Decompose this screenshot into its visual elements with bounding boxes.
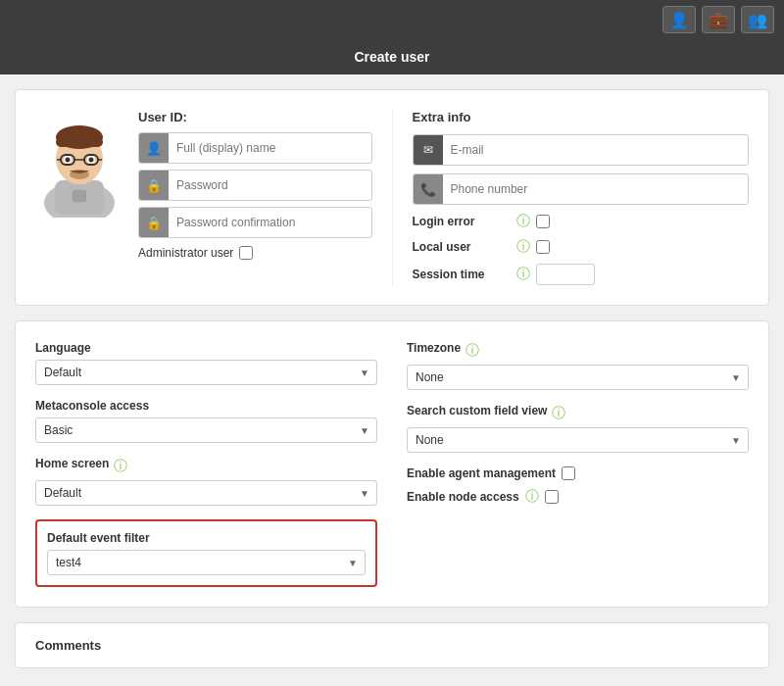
user-field-icon: 👤 — [139, 133, 169, 163]
metaconsole-group: Metaconsole access Basic Advanced — [35, 399, 377, 443]
enable-node-label: Enable node access — [407, 490, 519, 504]
search-custom-label: Search custom field view — [407, 404, 547, 417]
metaconsole-label: Metaconsole access — [35, 399, 377, 413]
session-time-info-icon[interactable]: ⓘ — [516, 266, 530, 283]
local-user-info-icon[interactable]: ⓘ — [516, 238, 530, 256]
svg-rect-2 — [73, 190, 86, 202]
language-select[interactable]: Default English Spanish — [35, 360, 377, 385]
svg-point-16 — [70, 170, 89, 179]
search-custom-select[interactable]: None Option1 — [407, 427, 749, 453]
enable-agent-row: Enable agent management — [407, 466, 749, 480]
timezone-label: Timezone — [407, 341, 461, 355]
home-screen-info-icon[interactable]: ⓘ — [114, 458, 127, 475]
event-filter-group: Default event filter test4 None — [47, 531, 366, 575]
enable-agent-checkbox[interactable] — [562, 466, 575, 480]
comments-title: Comments — [35, 638, 101, 653]
svg-point-15 — [89, 158, 94, 163]
user-form-section: User ID: 👤 🔒 🔒 Administrator user — [35, 110, 372, 285]
password-confirm-input[interactable] — [169, 212, 371, 233]
event-filter-label: Default event filter — [47, 531, 366, 545]
user-plus-icon-btn[interactable]: 👥 — [741, 6, 774, 33]
svg-point-14 — [66, 158, 71, 163]
full-name-field: 👤 — [138, 132, 372, 164]
user-id-label: User ID: — [138, 110, 372, 124]
user-info-card: User ID: 👤 🔒 🔒 Administrator user — [15, 89, 769, 306]
enable-node-checkbox[interactable] — [545, 490, 559, 504]
local-user-label: Local user — [413, 240, 511, 254]
top-toolbar: 👤 💼 👥 — [0, 0, 784, 39]
main-content: User ID: 👤 🔒 🔒 Administrator user — [0, 74, 784, 683]
page-header: Create user — [0, 39, 784, 74]
email-input[interactable] — [443, 139, 749, 161]
admin-user-row: Administrator user — [138, 246, 372, 260]
event-filter-select-wrapper: test4 None — [47, 550, 366, 575]
phone-field-wrapper: 📞 — [413, 173, 750, 205]
login-error-row: Login error ⓘ — [413, 213, 750, 230]
user-id-form: User ID: 👤 🔒 🔒 Administrator user — [138, 110, 372, 260]
session-time-label: Session time — [413, 268, 511, 281]
email-icon: ✉ — [414, 135, 443, 165]
event-filter-highlighted: Default event filter test4 None — [35, 519, 377, 587]
search-custom-label-row: Search custom field view ⓘ — [407, 404, 749, 422]
metaconsole-select[interactable]: Basic Advanced — [35, 417, 377, 443]
settings-card: Language Default English Spanish Metacon… — [15, 320, 769, 608]
session-time-row: Session time ⓘ — [413, 264, 750, 285]
language-select-wrapper: Default English Spanish — [35, 360, 377, 385]
password-confirm-field: 🔒 — [138, 207, 372, 238]
full-name-input[interactable] — [169, 137, 371, 159]
home-screen-label-row: Home screen ⓘ — [35, 457, 377, 475]
timezone-select[interactable]: None UTC EST — [407, 365, 749, 390]
home-screen-group: Home screen ⓘ Default Custom — [35, 457, 377, 506]
enable-node-row: Enable node access ⓘ — [407, 488, 749, 506]
settings-left: Language Default English Spanish Metacon… — [35, 341, 377, 587]
svg-rect-6 — [56, 137, 103, 147]
home-screen-label: Home screen — [35, 457, 109, 470]
comments-card: Comments — [15, 622, 769, 668]
metaconsole-select-wrapper: Basic Advanced — [35, 417, 377, 443]
admin-checkbox[interactable] — [239, 246, 253, 260]
timezone-info-icon[interactable]: ⓘ — [466, 342, 479, 360]
password-confirm-icon: 🔒 — [139, 208, 169, 237]
settings-right: Timezone ⓘ None UTC EST Search custom fi… — [407, 341, 749, 587]
timezone-select-wrapper: None UTC EST — [407, 365, 749, 390]
extra-info-section: Extra info ✉ 📞 Login error ⓘ Local user … — [392, 110, 750, 285]
enable-node-info-icon[interactable]: ⓘ — [525, 488, 539, 506]
admin-label: Administrator user — [138, 246, 233, 260]
language-group: Language Default English Spanish — [35, 341, 377, 385]
briefcase-icon-btn[interactable]: 💼 — [702, 6, 735, 33]
login-error-label: Login error — [413, 215, 511, 228]
password-icon: 🔒 — [139, 171, 169, 200]
phone-input[interactable] — [443, 178, 749, 200]
avatar — [35, 110, 123, 218]
page-title: Create user — [354, 49, 429, 65]
login-error-info-icon[interactable]: ⓘ — [516, 213, 530, 230]
search-custom-select-wrapper: None Option1 — [407, 427, 749, 453]
event-filter-select[interactable]: test4 None — [47, 550, 366, 575]
user-icon-btn[interactable]: 👤 — [662, 6, 696, 33]
password-field: 🔒 — [138, 170, 372, 201]
extra-info-title: Extra info — [413, 110, 750, 124]
enable-agent-label: Enable agent management — [407, 466, 556, 480]
email-field-wrapper: ✉ — [413, 134, 750, 166]
search-custom-group: Search custom field view ⓘ None Option1 — [407, 404, 749, 453]
local-user-row: Local user ⓘ — [413, 238, 750, 256]
session-time-input[interactable] — [536, 264, 595, 285]
local-user-checkbox[interactable] — [536, 240, 550, 254]
password-input[interactable] — [169, 174, 371, 196]
login-error-checkbox[interactable] — [536, 215, 550, 228]
search-custom-info-icon[interactable]: ⓘ — [552, 405, 565, 422]
home-screen-select[interactable]: Default Custom — [35, 480, 377, 506]
timezone-label-row: Timezone ⓘ — [407, 341, 749, 360]
home-screen-select-wrapper: Default Custom — [35, 480, 377, 506]
language-label: Language — [35, 341, 377, 355]
timezone-group: Timezone ⓘ None UTC EST — [407, 341, 749, 390]
phone-icon: 📞 — [414, 174, 443, 204]
